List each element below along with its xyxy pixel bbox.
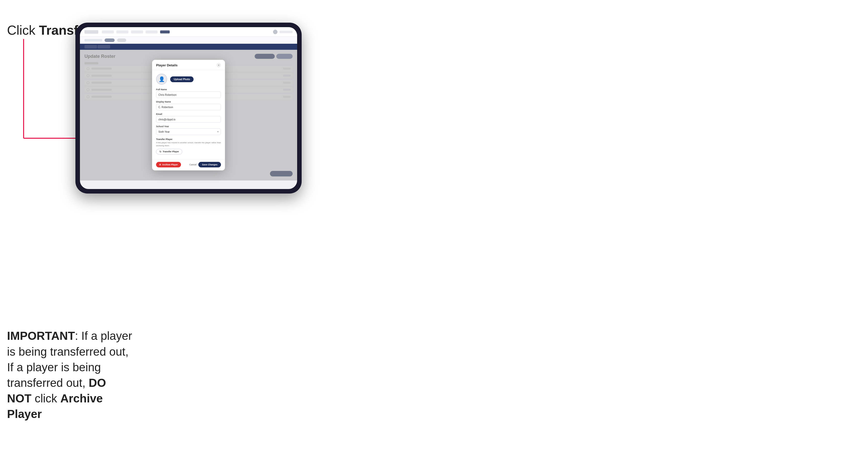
tablet-screen: Update Roster: [80, 27, 297, 189]
display-name-input[interactable]: [156, 104, 221, 110]
save-changes-button[interactable]: Save Changes: [198, 162, 221, 167]
modal-footer: ⊘ Archive Player Cancel Save Changes: [152, 159, 225, 170]
archive-icon: ⊘: [159, 163, 161, 166]
nav-logo: [85, 30, 98, 34]
player-details-modal: Player Details × 👤 Upload Photo: [152, 60, 225, 170]
full-name-group: Full Name: [156, 88, 221, 98]
nav-avatar: [273, 30, 278, 34]
instruction-top-prefix: Click: [7, 23, 39, 37]
second-bar-btn: [104, 38, 115, 42]
second-bar-btn2: [117, 38, 126, 42]
second-bar: [80, 37, 297, 44]
nav-right: [273, 30, 292, 34]
second-bar-item1: [85, 39, 102, 41]
transfer-icon: ↻: [159, 150, 161, 153]
tab-2: [97, 45, 110, 49]
tab-bar: [80, 44, 297, 50]
close-icon: ×: [218, 64, 219, 67]
avatar-circle: 👤: [156, 74, 167, 85]
email-group: Email: [156, 113, 221, 123]
modal-title: Player Details: [156, 63, 178, 67]
nav-right-pill: [280, 31, 292, 33]
content-area: Update Roster: [80, 50, 297, 181]
nav-item-team: [131, 30, 143, 33]
transfer-section-description: If this player has moved to another scho…: [156, 141, 221, 147]
instruction-bottom: IMPORTANT: If a player is being transfer…: [7, 328, 133, 422]
school-year-group: School Year Sixth Year First Year Second…: [156, 125, 221, 135]
display-name-group: Display Name: [156, 100, 221, 110]
modal-header: Player Details ×: [152, 60, 225, 70]
tablet-frame: Update Roster: [75, 23, 302, 193]
nav-item-dashboard: [102, 30, 114, 33]
important-label: IMPORTANT: [7, 329, 75, 342]
modal-overlay: Player Details × 👤 Upload Photo: [80, 50, 297, 181]
school-year-select-wrapper: Sixth Year First Year Second Year Third …: [156, 128, 221, 135]
school-year-label: School Year: [156, 125, 221, 128]
transfer-section-label: Transfer Player: [156, 138, 221, 141]
email-label: Email: [156, 113, 221, 115]
school-year-select[interactable]: Sixth Year First Year Second Year Third …: [156, 128, 221, 135]
nav-item-active: [160, 30, 170, 33]
nav-items: [102, 30, 270, 33]
transfer-btn-label: Transfer Player: [163, 150, 179, 153]
archive-btn-label: Archive Player: [162, 163, 178, 166]
cancel-button[interactable]: Cancel: [189, 163, 196, 166]
transfer-player-section: Transfer Player If this player has moved…: [156, 138, 221, 154]
nav-item-coaching: [146, 30, 158, 33]
nav-item-tournaments: [116, 30, 128, 33]
avatar-row: 👤 Upload Photo: [156, 74, 221, 85]
upload-photo-button[interactable]: Upload Photo: [170, 76, 193, 82]
top-nav: [80, 27, 297, 37]
email-input[interactable]: [156, 116, 221, 123]
archive-player-button[interactable]: ⊘ Archive Player: [156, 162, 181, 167]
avatar-person-icon: 👤: [159, 76, 165, 82]
full-name-input[interactable]: [156, 92, 221, 98]
tab-1: [85, 45, 97, 49]
full-name-label: Full Name: [156, 88, 221, 91]
display-name-label: Display Name: [156, 100, 221, 103]
modal-body: 👤 Upload Photo Full Name Display Name: [152, 70, 225, 159]
modal-close-button[interactable]: ×: [216, 63, 221, 67]
transfer-player-button[interactable]: ↻ Transfer Player: [156, 149, 182, 155]
